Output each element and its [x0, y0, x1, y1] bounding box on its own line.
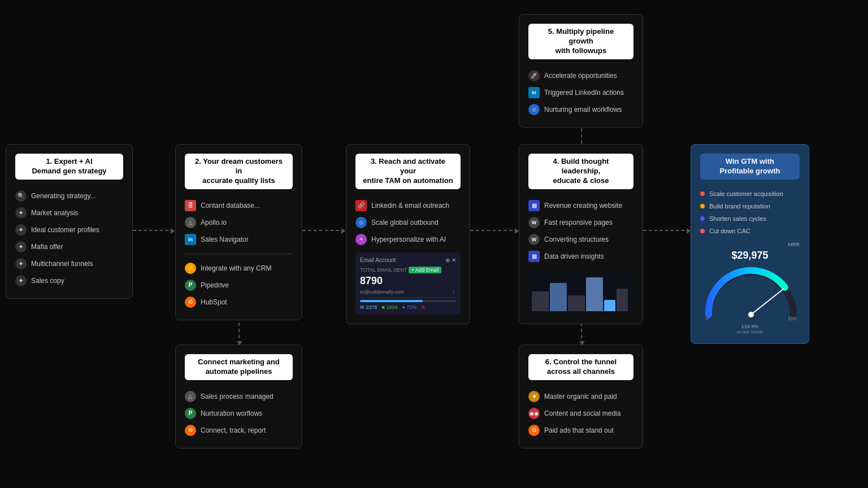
- card5-item-linkedin: in Triggered LinkedIn actions: [528, 84, 633, 101]
- website-icon: ▦: [528, 200, 540, 211]
- card6-item-ads: ⚙ Paid ads that stand out: [528, 422, 633, 439]
- card5-title: 5. Multiply pipeline growthwith followup…: [528, 24, 633, 59]
- nurture-icon: P: [185, 408, 196, 419]
- card2-item-hubspot: ⚙ HubSpot: [185, 294, 293, 311]
- arrow-2-to-7: [238, 316, 240, 345]
- gauge-sublabel: 119.9%: [700, 324, 800, 329]
- linkedin-icon2: in: [528, 87, 540, 98]
- arrow-3-to-4: [470, 230, 518, 231]
- card8-item-3: Shorten sales cycles: [700, 212, 800, 225]
- card6-item-organic: ★ Master organic and paid: [528, 388, 633, 405]
- track-icon: ⚙: [185, 425, 196, 436]
- mrr-label: MRR: [700, 242, 800, 247]
- card3-item-linkedin: 🔗 Linkedin & email outreach: [355, 197, 461, 214]
- card1-title: 1. Expert + AIDemand gen strategy: [15, 154, 123, 180]
- card1-item-4: ✦ Mafia offer: [15, 238, 123, 255]
- card3-item-outbound: ◎ Scale global outbound: [355, 214, 461, 231]
- personalize-icon: ✦: [355, 234, 367, 245]
- ai-icon: ✦: [15, 207, 27, 219]
- card3-item-ai: ✦ Hyperpersonalize with AI: [355, 231, 461, 248]
- card5-item-accelerate: 🚀 Accelerate opportunities: [528, 67, 633, 84]
- card1-item-5: ✦ Multichannel funnels: [15, 255, 123, 272]
- hubspot-icon: ⚙: [185, 297, 196, 308]
- svg-line-0: [751, 289, 784, 315]
- pipedrive-icon: P: [185, 280, 196, 291]
- svg-text:100: 100: [788, 316, 796, 320]
- svg-text:0: 0: [706, 316, 709, 320]
- ai-icon5: ✦: [15, 275, 27, 286]
- card4-item-converting: W Converting structures: [528, 231, 633, 248]
- wp-icon2: W: [528, 234, 540, 245]
- gauge-sublabel2: vs last month: [700, 329, 800, 334]
- card4-item-pages: W Fast responsive pages: [528, 214, 633, 231]
- card2-item-pipedrive: P Pipedrive: [185, 277, 293, 294]
- card8-item-1: Scale customer acquisition: [700, 188, 800, 200]
- card7-item-track: ⚙ Connect, track, report: [185, 422, 293, 439]
- bullet-4: [700, 229, 705, 233]
- bullet-3: [700, 216, 705, 221]
- ai-icon4: ✦: [15, 258, 27, 269]
- arrow-4-to-8: [643, 230, 690, 231]
- card-connect-marketing: Connect marketing andautomate pipelines …: [175, 345, 302, 448]
- card-reach-tam: 3. Reach and activate yourentire TAM on …: [346, 144, 470, 324]
- email-workflow-icon: ◎: [528, 104, 540, 115]
- card2-item-linkedin: in Sales Navigator: [185, 231, 293, 248]
- card-dream-customers: 2. Your dream customers inaccurate quali…: [175, 144, 302, 320]
- dashboard-mockup: [528, 269, 633, 315]
- gauge-chart: 0 100: [700, 264, 802, 320]
- insights-icon: ▦: [528, 251, 540, 262]
- wp-icon: W: [528, 217, 540, 228]
- database-icon: 🗄: [185, 200, 196, 211]
- crm-icon: ⚡: [185, 263, 196, 274]
- arrow-2-to-3: [302, 230, 345, 231]
- card8-title: Win GTM withProfitable growth: [700, 154, 800, 180]
- card-control-funnel: 6. Control the funnelacross all channels…: [519, 345, 643, 448]
- email-count: 8790: [360, 275, 456, 287]
- bullet-1: [700, 191, 705, 196]
- card1-item-3: ✦ Ideal customer profiles: [15, 221, 123, 238]
- svg-point-1: [748, 312, 754, 317]
- card2-title: 2. Your dream customers inaccurate quali…: [185, 154, 293, 189]
- arrow-1-to-2: [133, 230, 174, 231]
- card-win-gtm: Win GTM withProfitable growth Scale cust…: [691, 144, 809, 344]
- card6-item-social: ◉◉ Content and social media: [528, 405, 633, 422]
- sales-icon: △: [185, 391, 196, 402]
- card3-title: 3. Reach and activate yourentire TAM on …: [355, 154, 461, 189]
- card2-item-apollo: △ Apollo.io: [185, 214, 293, 231]
- gauge-container: MRR $29,975 0: [700, 242, 800, 334]
- linkedin-icon: in: [185, 234, 196, 245]
- rocket-icon: 🚀: [528, 70, 540, 81]
- card1-item-1: 🔍 Generating strategy...: [15, 188, 123, 204]
- card7-title: Connect marketing andautomate pipelines: [185, 354, 293, 380]
- card4-title: 4. Build thought leadership,educate & cl…: [528, 154, 633, 189]
- card7-item-sales: △ Sales process managed: [185, 388, 293, 405]
- diagram: 1. Expert + AIDemand gen strategy 🔍 Gene…: [0, 0, 868, 488]
- linkedin-email-icon: 🔗: [355, 200, 367, 211]
- card7-item-nurture: P Nurturation worflows: [185, 405, 293, 422]
- card8-item-4: Cut down CAC: [700, 225, 800, 237]
- search-icon: 🔍: [15, 190, 27, 202]
- email-address: m@coldemaily.com ⋮: [360, 289, 456, 298]
- card4-item-website: ▦ Revenue creating website: [528, 197, 633, 214]
- bullet-2: [700, 204, 705, 208]
- gauge-value: $29,975: [700, 250, 800, 262]
- outbound-icon: ◎: [355, 217, 367, 228]
- card1-item-2: ✦ Market analysis: [15, 204, 123, 221]
- card5-item-email: ◎ Nurturing email workflows: [528, 101, 633, 118]
- card-multiply-pipeline: 5. Multiply pipeline growthwith followup…: [519, 14, 643, 128]
- card2-item-crm: ⚡ Integrate with any CRM: [185, 260, 293, 277]
- card-expert-ai: 1. Expert + AIDemand gen strategy 🔍 Gene…: [6, 144, 133, 299]
- card-thought-leadership: 4. Build thought leadership,educate & cl…: [519, 144, 643, 324]
- card6-title: 6. Control the funnelacross all channels: [528, 354, 633, 380]
- card1-item-6: ✦ Sales copy: [15, 272, 123, 289]
- card2-item-db: 🗄 Contant database...: [185, 197, 293, 214]
- apollo-icon: △: [185, 217, 196, 228]
- social-icon: ◉◉: [528, 408, 540, 419]
- email-mockup: Email Account ⊕ ✕ TOTAL EMAIL SENT + Add…: [355, 252, 461, 315]
- card4-item-insights: ▦ Data driven insights: [528, 248, 633, 265]
- ai-icon2: ✦: [15, 224, 27, 236]
- ai-icon3: ✦: [15, 241, 27, 252]
- ads-icon: ⚙: [528, 425, 540, 436]
- card8-item-2: Build brand reputation: [700, 200, 800, 212]
- star-icon: ★: [528, 391, 540, 402]
